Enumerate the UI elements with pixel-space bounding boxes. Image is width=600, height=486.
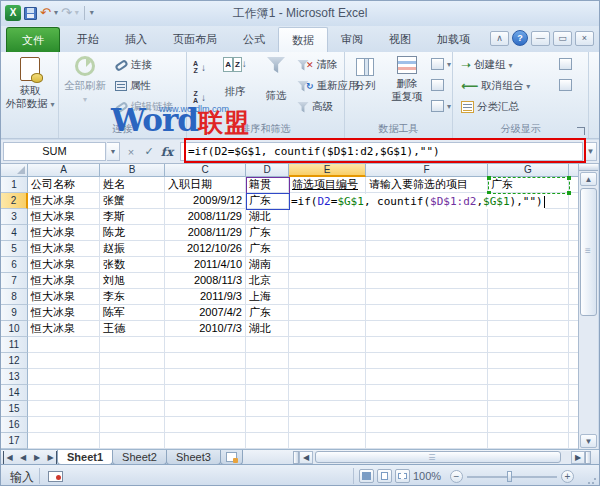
row-header-12[interactable]: 12 [1, 353, 28, 369]
what-if-analysis-button[interactable]: ▾ [431, 100, 451, 112]
sort-button[interactable]: AZ↓ 排序 [215, 57, 255, 98]
cell-D16[interactable] [246, 417, 289, 433]
cell-A10[interactable]: 恒大冰泉 [28, 321, 100, 337]
properties-button[interactable]: 属性 [115, 79, 151, 93]
edit-links-button[interactable]: 编辑链接 [115, 100, 173, 114]
subtotal-button[interactable]: 分类汇总 [461, 100, 519, 114]
cell-D13[interactable] [246, 369, 289, 385]
cell-E13[interactable] [289, 369, 366, 385]
collapse-ribbon-icon[interactable]: ∧ [490, 31, 509, 46]
cell-F6[interactable] [366, 257, 488, 273]
row-header-8[interactable]: 8 [1, 289, 28, 305]
horizontal-split-handle-2[interactable] [585, 451, 591, 464]
cell-F8[interactable] [366, 289, 488, 305]
cell-D9[interactable]: 广东 [246, 305, 289, 321]
cell-G17[interactable] [488, 433, 569, 449]
cell-E8[interactable] [289, 289, 366, 305]
cell-C14[interactable] [165, 385, 246, 401]
cell-A6[interactable]: 恒大冰泉 [28, 257, 100, 273]
cell-D1[interactable]: 籍贯 [246, 177, 289, 193]
cell-B5[interactable]: 赵振 [100, 241, 165, 257]
help-icon[interactable]: ? [512, 30, 528, 46]
cell-B13[interactable] [100, 369, 165, 385]
cell-D3[interactable]: 湖北 [246, 209, 289, 225]
text-to-columns-button[interactable]: 分列 [347, 58, 383, 92]
row-header-10[interactable]: 10 [1, 321, 28, 337]
cell-A16[interactable] [28, 417, 100, 433]
cell-A1[interactable]: 公司名称 [28, 177, 100, 193]
cell-A12[interactable] [28, 353, 100, 369]
cell-B9[interactable]: 陈军 [100, 305, 165, 321]
column-header-F[interactable]: F [366, 164, 488, 177]
cell-B2[interactable]: 张蟹 [100, 193, 165, 209]
zoom-slider-track[interactable] [467, 476, 557, 478]
advanced-filter-button[interactable]: 高级 [297, 100, 333, 114]
row-header-13[interactable]: 13 [1, 369, 28, 385]
cell-G16[interactable] [488, 417, 569, 433]
sheet-tab-Sheet2[interactable]: Sheet2 [112, 450, 167, 465]
insert-function-icon[interactable]: fx [159, 145, 175, 159]
cell-B16[interactable] [100, 417, 165, 433]
cell-D4[interactable]: 广东 [246, 225, 289, 241]
cell-F12[interactable] [366, 353, 488, 369]
cell-C3[interactable]: 2008/11/29 [165, 209, 246, 225]
row-header-6[interactable]: 6 [1, 257, 28, 273]
tab-页面布局[interactable]: 页面布局 [160, 28, 230, 52]
cell-B12[interactable] [100, 353, 165, 369]
tab-加载项[interactable]: 加载项 [424, 28, 483, 52]
cell-F14[interactable] [366, 385, 488, 401]
resize-grip[interactable] [587, 475, 597, 485]
cell-D15[interactable] [246, 401, 289, 417]
group-button[interactable]: ➝ 创建组▾ [461, 58, 513, 72]
cell-D8[interactable]: 上海 [246, 289, 289, 305]
excel-logo-icon[interactable]: X [5, 5, 21, 21]
scroll-left-icon[interactable]: ◀ [299, 451, 313, 464]
row-header-17[interactable]: 17 [1, 433, 28, 449]
row-header-4[interactable]: 4 [1, 225, 28, 241]
cell-C10[interactable]: 2010/7/3 [165, 321, 246, 337]
page-layout-view-icon[interactable] [377, 469, 392, 483]
cell-F9[interactable] [366, 305, 488, 321]
cell-A3[interactable]: 恒大冰泉 [28, 209, 100, 225]
formula-input[interactable]: =if(D2=$G$1, countif($D$1:d2,$G$1),"") [180, 142, 583, 161]
cell-edit-text[interactable]: =if(D2=$G$1, countif($D$1:d2,$G$1),"") [290, 194, 545, 209]
ungroup-button[interactable]: ⟵ 取消组合▾ [461, 79, 530, 93]
cell-C17[interactable] [165, 433, 246, 449]
insert-worksheet-icon[interactable] [220, 450, 243, 465]
cell-F3[interactable] [366, 209, 488, 225]
cell-G15[interactable] [488, 401, 569, 417]
undo-dropdown-icon[interactable]: ▾ [54, 4, 58, 22]
horizontal-scroll-thumb[interactable] [315, 451, 561, 463]
cell-E7[interactable] [289, 273, 366, 289]
tab-插入[interactable]: 插入 [112, 28, 160, 52]
cell-E10[interactable] [289, 321, 366, 337]
cell-C13[interactable] [165, 369, 246, 385]
cell-B10[interactable]: 王德 [100, 321, 165, 337]
cell-C8[interactable]: 2011/9/3 [165, 289, 246, 305]
row-header-5[interactable]: 5 [1, 241, 28, 257]
cell-B8[interactable]: 李东 [100, 289, 165, 305]
cell-E4[interactable] [289, 225, 366, 241]
cell-G13[interactable] [488, 369, 569, 385]
scroll-right-icon[interactable]: ▶ [571, 451, 585, 464]
row-header-3[interactable]: 3 [1, 209, 28, 225]
cell-E3[interactable] [289, 209, 366, 225]
cell-E6[interactable] [289, 257, 366, 273]
get-external-data-button[interactable]: 获取 外部数据 ▾ [1, 57, 59, 111]
qat-customize-icon[interactable]: ▾ [90, 4, 94, 22]
row-header-2[interactable]: 2 [1, 193, 28, 209]
outline-dialog-launcher-icon[interactable] [577, 127, 585, 135]
cell-A11[interactable] [28, 337, 100, 353]
enter-icon[interactable]: ✓ [141, 145, 157, 158]
cell-D2[interactable]: 广东 [246, 193, 289, 209]
zoom-in-icon[interactable]: + [561, 470, 574, 483]
cell-G11[interactable] [488, 337, 569, 353]
name-box-dropdown-icon[interactable]: ▼ [107, 142, 120, 161]
row-header-14[interactable]: 14 [1, 385, 28, 401]
cell-A2[interactable]: 恒大冰泉 [28, 193, 100, 209]
row-header-11[interactable]: 11 [1, 337, 28, 353]
row-header-7[interactable]: 7 [1, 273, 28, 289]
column-header-C[interactable]: C [165, 164, 246, 177]
normal-view-icon[interactable] [359, 469, 374, 483]
sort-descending-button[interactable]: ZA↓ [193, 90, 206, 104]
